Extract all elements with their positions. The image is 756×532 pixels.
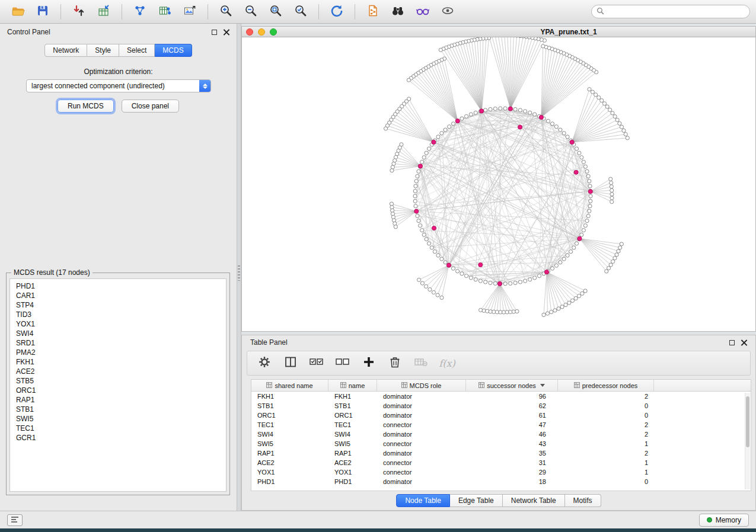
mcds-result-item[interactable]: TID3 [10, 310, 226, 319]
table-options-button[interactable] [256, 354, 273, 372]
tab-network-table[interactable]: Network Table [503, 494, 565, 507]
delete-table-button-disabled[interactable] [412, 354, 430, 372]
network-window-titlebar[interactable]: YPA_prune.txt_1 [242, 27, 755, 37]
table-row[interactable]: FKH1FKH1dominator962 [251, 392, 751, 401]
scrollbar-thumb[interactable] [746, 396, 749, 447]
folder-open-icon [11, 4, 25, 20]
column-header-predecessor-nodes[interactable]: predecessor nodes [558, 380, 654, 391]
tab-select[interactable]: Select [119, 44, 155, 57]
mcds-result-item[interactable]: STB5 [10, 376, 226, 386]
mcds-result-item[interactable]: GCR1 [10, 433, 226, 443]
mcds-result-item[interactable]: PHD1 [10, 281, 226, 291]
mcds-result-item[interactable]: STP4 [10, 300, 226, 310]
open-session-button[interactable] [6, 2, 30, 21]
delete-column-button[interactable] [386, 354, 404, 372]
run-mcds-button[interactable]: Run MCDS [58, 100, 114, 113]
mcds-result-item[interactable]: STB1 [10, 405, 226, 414]
float-window-icon[interactable] [212, 30, 217, 35]
new-network-button[interactable] [128, 2, 152, 21]
glasses-icon [416, 4, 430, 20]
table-row[interactable]: STB1STB1dominator620 [251, 401, 751, 411]
memory-button[interactable]: Memory [699, 514, 749, 527]
trash-icon [389, 355, 401, 371]
share-document-button[interactable] [361, 2, 385, 21]
maximize-window-icon[interactable] [270, 28, 277, 36]
mcds-result-item[interactable]: SRD1 [10, 338, 226, 348]
search-input[interactable] [607, 8, 745, 16]
graphics-details-button[interactable] [411, 2, 435, 21]
table-scrollbar[interactable] [745, 393, 750, 489]
function-builder-button[interactable]: f(x) [438, 354, 456, 372]
hamburger-icon [11, 515, 19, 525]
close-window-icon[interactable] [246, 28, 253, 36]
table-row[interactable]: SWI5SWI5connector431 [251, 439, 751, 448]
column-header-successor-nodes[interactable]: successor nodes [466, 380, 558, 391]
cell-successor_nodes: 62 [466, 402, 558, 409]
search-network-button[interactable] [386, 2, 410, 21]
create-column-button[interactable] [360, 354, 378, 372]
table-row[interactable]: PHD1PHD1dominator180 [251, 477, 751, 486]
mcds-result-item[interactable]: SWI4 [10, 329, 226, 338]
close-icon[interactable] [741, 339, 747, 346]
tab-node-table[interactable]: Node Table [396, 494, 450, 507]
mcds-result-list[interactable]: PHD1CAR1STP4TID3YOX1SWI4SRD1PMA2FKH1ACE2… [9, 278, 227, 492]
save-session-button[interactable] [31, 2, 55, 21]
mcds-result-item[interactable]: PMA2 [10, 348, 226, 357]
global-search[interactable] [591, 5, 750, 18]
import-network-button[interactable] [67, 2, 91, 21]
zoom-out-button[interactable] [239, 2, 263, 21]
mcds-result-item[interactable]: TEC1 [10, 424, 226, 433]
apply-layout-button[interactable] [325, 2, 349, 21]
tab-motifs[interactable]: Motifs [565, 494, 601, 507]
panel-divider[interactable] [237, 24, 241, 511]
criterion-dropdown[interactable]: largest connected component (undirected) [26, 79, 211, 92]
tab-edge-table[interactable]: Edge Table [450, 494, 503, 507]
zoom-fit-icon [269, 4, 283, 20]
column-header-name[interactable]: name [328, 380, 377, 391]
export-image-button[interactable] [178, 2, 202, 21]
mcds-result-item[interactable]: ORC1 [10, 386, 226, 395]
network-canvas[interactable] [242, 37, 755, 331]
zoom-fit-button[interactable] [264, 2, 288, 21]
tab-mcds[interactable]: MCDS [155, 44, 192, 57]
column-header-shared-name[interactable]: shared name [251, 380, 328, 391]
cell-predecessor_nodes: 2 [558, 421, 654, 428]
mcds-result-item[interactable]: SWI5 [10, 414, 226, 424]
table-row[interactable]: RAP1RAP1dominator352 [251, 448, 751, 458]
close-icon[interactable] [223, 29, 229, 36]
column-header-MCDS-role[interactable]: MCDS role [377, 380, 466, 391]
minimize-window-icon[interactable] [258, 28, 265, 36]
show-columns-button[interactable] [282, 354, 299, 372]
desktop-background [0, 528, 756, 532]
network-from-table-button[interactable] [153, 2, 177, 21]
main-toolbar [0, 0, 756, 24]
cell-name: YOX1 [328, 469, 377, 476]
status-menu-button[interactable] [7, 514, 23, 526]
select-all-button[interactable] [308, 354, 326, 372]
mcds-result-item[interactable]: CAR1 [10, 291, 226, 300]
table-row[interactable]: TEC1TEC1connector472 [251, 420, 751, 430]
tab-style[interactable]: Style [87, 44, 119, 57]
table-row[interactable]: YOX1YOX1connector291 [251, 467, 751, 477]
zoom-in-button[interactable] [214, 2, 238, 21]
import-table-button[interactable] [92, 2, 116, 21]
mcds-result-item[interactable]: ACE2 [10, 367, 226, 376]
table-row[interactable]: ORC1ORC1dominator610 [251, 411, 751, 420]
zoom-selected-button[interactable] [289, 2, 312, 21]
network-graph[interactable] [242, 37, 755, 331]
mcds-result-item[interactable]: FKH1 [10, 357, 226, 367]
node-table[interactable]: shared namenameMCDS rolesuccessor nodesp… [251, 379, 751, 491]
table-row[interactable]: ACE2ACE2connector311 [251, 458, 751, 467]
deselect-all-button[interactable] [334, 354, 352, 372]
mcds-result-item[interactable]: RAP1 [10, 395, 226, 405]
mcds-result-item[interactable]: YOX1 [10, 319, 226, 329]
close-panel-button[interactable]: Close panel [122, 100, 179, 113]
table-toolbar: f(x) [247, 351, 751, 376]
cell-mcds_role: dominator [377, 412, 466, 419]
tab-network[interactable]: Network [44, 44, 87, 57]
float-window-icon[interactable] [729, 340, 735, 345]
table-row[interactable]: SWI4SWI4dominator462 [251, 430, 751, 439]
cell-predecessor_nodes: 2 [558, 450, 654, 457]
cell-shared_name: SWI5 [251, 440, 328, 447]
show-hide-button[interactable] [436, 2, 460, 21]
